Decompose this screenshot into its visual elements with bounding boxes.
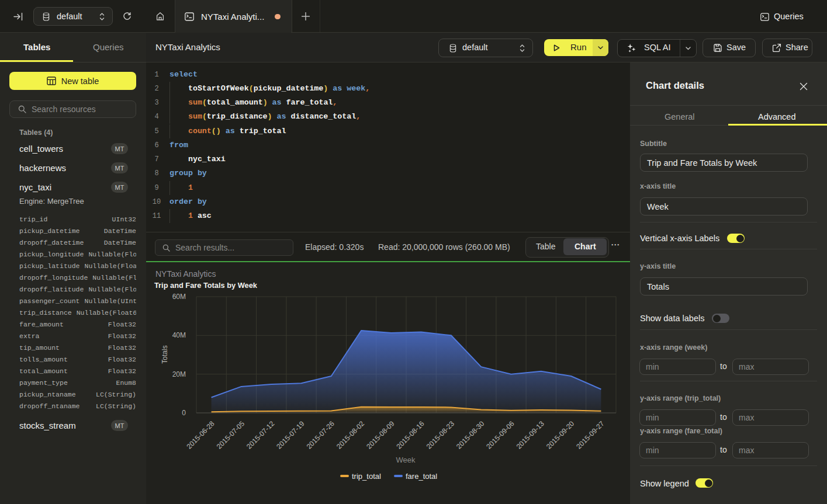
svg-text:2015-08-23: 2015-08-23: [425, 419, 456, 451]
svg-text:0: 0: [182, 409, 186, 417]
svg-text:Week: Week: [396, 456, 416, 464]
svg-text:Totals: Totals: [161, 345, 169, 363]
svg-text:60M: 60M: [172, 293, 186, 301]
svg-text:2015-06-28: 2015-06-28: [185, 419, 216, 451]
svg-text:2015-08-16: 2015-08-16: [395, 419, 426, 451]
svg-text:2015-08-30: 2015-08-30: [455, 419, 486, 451]
svg-text:2015-09-20: 2015-09-20: [545, 419, 576, 451]
svg-text:2015-08-02: 2015-08-02: [335, 419, 366, 451]
svg-text:2015-07-26: 2015-07-26: [305, 419, 337, 451]
svg-text:fare_total: fare_total: [406, 472, 437, 481]
svg-text:2015-08-09: 2015-08-09: [365, 419, 396, 451]
svg-text:trip_total: trip_total: [352, 472, 381, 481]
svg-text:2015-07-05: 2015-07-05: [215, 419, 247, 451]
svg-text:20M: 20M: [172, 370, 186, 378]
svg-text:2015-09-13: 2015-09-13: [515, 419, 546, 451]
svg-text:2015-07-19: 2015-07-19: [275, 419, 306, 451]
svg-text:40M: 40M: [172, 331, 186, 339]
svg-text:2015-09-27: 2015-09-27: [575, 419, 606, 451]
svg-text:2015-07-12: 2015-07-12: [245, 419, 276, 451]
svg-text:2015-09-06: 2015-09-06: [485, 419, 516, 451]
